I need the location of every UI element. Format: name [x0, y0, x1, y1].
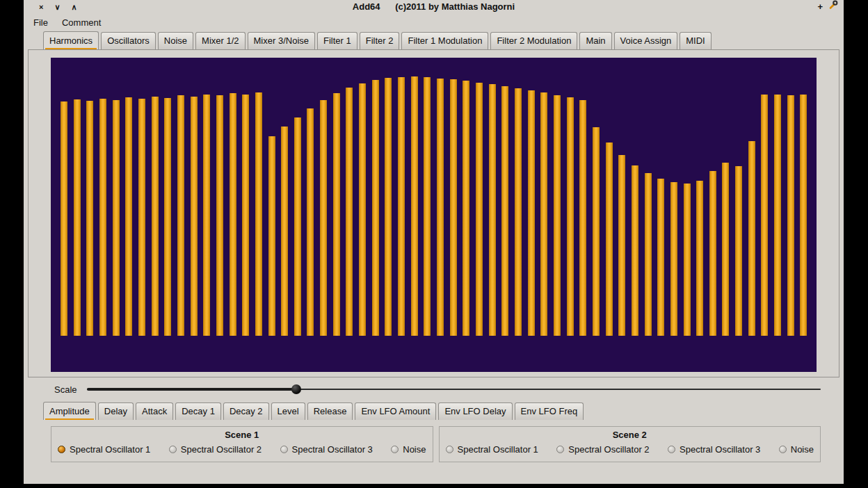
harmonic-bar-46[interactable] [645, 173, 652, 336]
harmonic-bar-58[interactable] [800, 95, 807, 336]
radio-dot[interactable] [58, 446, 65, 453]
unshade-icon[interactable]: ∧ [72, 0, 77, 14]
env-tab-delay[interactable]: Delay [98, 402, 134, 420]
radio-dot[interactable] [169, 446, 177, 453]
harmonic-bar-13[interactable] [216, 95, 223, 336]
tab-filter-1-modulation[interactable]: Filter 1 Modulation [401, 32, 488, 49]
radio-dot[interactable] [446, 446, 453, 453]
harmonic-bar-35[interactable] [501, 86, 508, 336]
radio-dot[interactable] [668, 446, 675, 453]
radio-scene1-noise[interactable]: Noise [391, 444, 426, 455]
harmonic-bar-36[interactable] [515, 88, 522, 336]
harmonic-bar-37[interactable] [528, 90, 535, 336]
tab-filter-2-modulation[interactable]: Filter 2 Modulation [490, 32, 577, 49]
menu-comment[interactable]: Comment [61, 16, 102, 29]
harmonic-bar-1[interactable] [61, 101, 67, 336]
radio-dot[interactable] [280, 446, 288, 453]
harmonic-bar-28[interactable] [411, 76, 418, 336]
tab-filter-1[interactable]: Filter 1 [317, 32, 357, 49]
harmonic-bar-45[interactable] [632, 165, 638, 336]
harmonic-bar-52[interactable] [722, 163, 729, 336]
harmonic-bar-38[interactable] [540, 92, 547, 336]
harmonic-bar-31[interactable] [450, 79, 457, 336]
radio-dot[interactable] [391, 446, 399, 453]
harmonics-chart[interactable] [51, 58, 817, 372]
maximize-icon[interactable]: + [817, 0, 823, 14]
harmonic-bar-21[interactable] [320, 100, 327, 336]
env-tab-decay-2[interactable]: Decay 2 [223, 402, 269, 420]
harmonic-bar-8[interactable] [152, 97, 159, 336]
harmonic-bar-9[interactable] [164, 98, 171, 336]
harmonic-bar-6[interactable] [125, 97, 132, 336]
harmonic-bar-4[interactable] [99, 99, 106, 336]
harmonic-bar-27[interactable] [398, 77, 405, 336]
harmonic-bar-10[interactable] [177, 95, 184, 336]
harmonic-bar-3[interactable] [86, 101, 93, 336]
tab-filter-2[interactable]: Filter 2 [360, 32, 400, 49]
radio-dot[interactable] [779, 446, 787, 453]
harmonic-bar-12[interactable] [203, 95, 210, 336]
radio-dot[interactable] [556, 446, 564, 453]
harmonic-bar-41[interactable] [579, 100, 586, 336]
env-tab-release[interactable]: Release [307, 402, 353, 420]
tab-harmonics[interactable]: Harmonics [43, 31, 99, 49]
wrench-icon[interactable] [828, 0, 838, 14]
harmonic-bar-40[interactable] [567, 97, 574, 336]
harmonic-bar-29[interactable] [424, 77, 431, 336]
tab-mixer-1-2[interactable]: Mixer 1/2 [195, 32, 245, 49]
harmonic-bar-24[interactable] [359, 83, 366, 336]
harmonic-bar-23[interactable] [346, 88, 353, 336]
scale-slider[interactable] [87, 384, 821, 395]
harmonic-bar-42[interactable] [593, 127, 600, 336]
harmonic-bar-14[interactable] [230, 93, 236, 336]
harmonic-bar-22[interactable] [333, 93, 340, 336]
tab-noise[interactable]: Noise [158, 32, 193, 49]
env-tab-env-lfo-freq[interactable]: Env LFO Freq [515, 402, 584, 420]
harmonic-bar-32[interactable] [463, 81, 469, 336]
env-tab-amplitude[interactable]: Amplitude [43, 402, 96, 420]
env-tab-level[interactable]: Level [271, 402, 305, 420]
tab-midi[interactable]: MIDI [680, 32, 711, 49]
harmonic-bar-30[interactable] [437, 79, 444, 336]
radio-scene1-spectral-oscillator-1[interactable]: Spectral Oscillator 1 [58, 444, 150, 455]
env-tab-decay-1[interactable]: Decay 1 [175, 402, 221, 420]
harmonic-bar-48[interactable] [670, 182, 677, 336]
harmonic-bar-5[interactable] [113, 100, 120, 336]
env-tab-attack[interactable]: Attack [136, 402, 173, 420]
harmonic-bar-44[interactable] [618, 155, 625, 336]
harmonic-bar-2[interactable] [74, 99, 81, 336]
harmonic-bar-17[interactable] [268, 136, 275, 336]
harmonic-bar-55[interactable] [761, 95, 768, 336]
env-tab-env-lfo-delay[interactable]: Env LFO Delay [438, 402, 512, 420]
harmonic-bar-26[interactable] [385, 78, 392, 336]
harmonic-bar-54[interactable] [748, 141, 755, 336]
harmonic-bar-43[interactable] [606, 143, 613, 336]
harmonic-bar-53[interactable] [735, 166, 742, 336]
radio-scene2-spectral-oscillator-1[interactable]: Spectral Oscillator 1 [446, 444, 538, 455]
radio-scene2-spectral-oscillator-3[interactable]: Spectral Oscillator 3 [668, 444, 760, 455]
tab-voice-assign[interactable]: Voice Assign [614, 32, 678, 49]
harmonic-bar-57[interactable] [787, 95, 794, 336]
tab-mixer-3-noise[interactable]: Mixer 3/Noise [248, 32, 315, 49]
shade-icon[interactable]: ∨ [54, 0, 60, 14]
slider-fill[interactable] [87, 388, 297, 391]
harmonic-bar-18[interactable] [281, 127, 288, 336]
scale-slider-knob[interactable] [291, 384, 301, 394]
harmonic-bar-34[interactable] [489, 84, 496, 336]
radio-scene2-spectral-oscillator-2[interactable]: Spectral Oscillator 2 [556, 444, 649, 455]
menu-file[interactable]: File [32, 16, 49, 29]
harmonic-bar-33[interactable] [476, 83, 483, 336]
harmonic-bar-39[interactable] [554, 95, 561, 336]
harmonic-bar-20[interactable] [307, 108, 314, 336]
env-tab-env-lfo-amount[interactable]: Env LFO Amount [355, 402, 436, 420]
harmonic-bar-16[interactable] [255, 92, 262, 336]
close-icon[interactable]: × [39, 0, 43, 14]
radio-scene2-noise[interactable]: Noise [779, 444, 814, 455]
harmonic-bar-25[interactable] [372, 80, 379, 336]
tab-oscillators[interactable]: Oscillators [101, 32, 156, 49]
harmonic-bar-51[interactable] [709, 171, 716, 336]
harmonic-bar-47[interactable] [657, 179, 664, 336]
radio-scene1-spectral-oscillator-3[interactable]: Spectral Oscillator 3 [280, 444, 373, 455]
harmonic-bar-50[interactable] [696, 181, 703, 336]
harmonic-bar-15[interactable] [242, 95, 249, 336]
